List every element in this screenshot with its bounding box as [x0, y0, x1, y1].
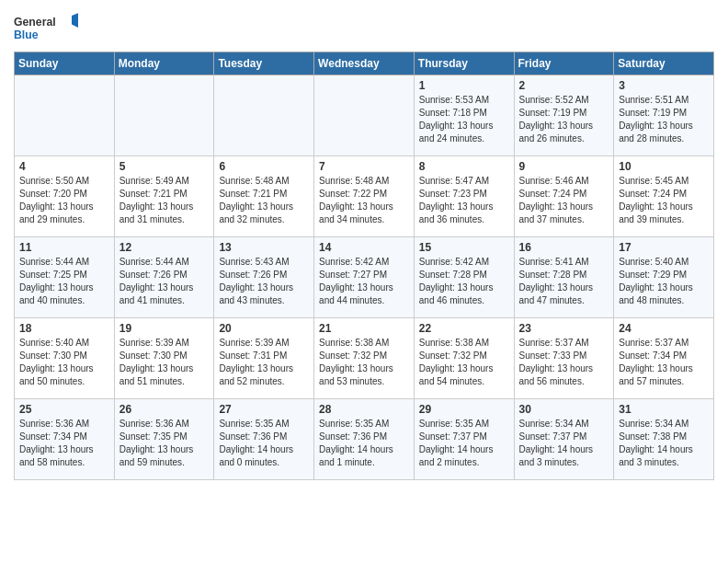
day-number: 8 [419, 160, 509, 173]
day-info: Sunrise: 5:38 AM Sunset: 7:32 PM Dayligh… [419, 337, 509, 388]
day-number: 17 [619, 241, 709, 254]
day-info: Sunrise: 5:44 AM Sunset: 7:25 PM Dayligh… [19, 256, 109, 307]
week-row-1: 1Sunrise: 5:53 AM Sunset: 7:18 PM Daylig… [15, 75, 714, 156]
day-number: 25 [19, 403, 109, 416]
day-cell: 15Sunrise: 5:42 AM Sunset: 7:28 PM Dayli… [414, 237, 514, 318]
day-number: 19 [119, 322, 210, 335]
day-number: 6 [219, 160, 309, 173]
weekday-header-wednesday: Wednesday [314, 52, 415, 75]
day-cell: 12Sunrise: 5:44 AM Sunset: 7:26 PM Dayli… [114, 237, 214, 318]
week-row-5: 25Sunrise: 5:36 AM Sunset: 7:34 PM Dayli… [15, 399, 714, 480]
day-info: Sunrise: 5:48 AM Sunset: 7:22 PM Dayligh… [319, 175, 409, 226]
day-info: Sunrise: 5:42 AM Sunset: 7:28 PM Dayligh… [419, 256, 509, 307]
day-info: Sunrise: 5:36 AM Sunset: 7:34 PM Dayligh… [19, 418, 109, 469]
calendar-table: SundayMondayTuesdayWednesdayThursdayFrid… [14, 52, 714, 480]
header: General Blue [14, 9, 714, 46]
day-number: 15 [419, 241, 509, 254]
day-cell [214, 75, 314, 156]
day-cell: 7Sunrise: 5:48 AM Sunset: 7:22 PM Daylig… [314, 156, 415, 237]
day-cell: 27Sunrise: 5:35 AM Sunset: 7:36 PM Dayli… [214, 399, 314, 480]
day-number: 11 [19, 241, 109, 254]
day-number: 28 [319, 403, 409, 416]
day-number: 23 [519, 322, 609, 335]
day-cell: 10Sunrise: 5:45 AM Sunset: 7:24 PM Dayli… [614, 156, 714, 237]
week-row-4: 18Sunrise: 5:40 AM Sunset: 7:30 PM Dayli… [15, 318, 714, 399]
day-cell: 4Sunrise: 5:50 AM Sunset: 7:20 PM Daylig… [15, 156, 115, 237]
day-info: Sunrise: 5:41 AM Sunset: 7:28 PM Dayligh… [519, 256, 609, 307]
day-cell: 17Sunrise: 5:40 AM Sunset: 7:29 PM Dayli… [614, 237, 714, 318]
day-number: 22 [419, 322, 509, 335]
day-cell: 20Sunrise: 5:39 AM Sunset: 7:31 PM Dayli… [214, 318, 314, 399]
day-number: 27 [219, 403, 309, 416]
day-info: Sunrise: 5:37 AM Sunset: 7:33 PM Dayligh… [519, 337, 609, 388]
day-info: Sunrise: 5:37 AM Sunset: 7:34 PM Dayligh… [619, 337, 709, 388]
day-cell: 1Sunrise: 5:53 AM Sunset: 7:18 PM Daylig… [414, 75, 514, 156]
day-cell: 3Sunrise: 5:51 AM Sunset: 7:19 PM Daylig… [614, 75, 714, 156]
day-number: 2 [519, 79, 609, 92]
day-cell: 16Sunrise: 5:41 AM Sunset: 7:28 PM Dayli… [514, 237, 614, 318]
day-info: Sunrise: 5:40 AM Sunset: 7:30 PM Dayligh… [19, 337, 109, 388]
day-info: Sunrise: 5:51 AM Sunset: 7:19 PM Dayligh… [619, 94, 709, 145]
weekday-header-row: SundayMondayTuesdayWednesdayThursdayFrid… [15, 52, 714, 75]
day-cell: 14Sunrise: 5:42 AM Sunset: 7:27 PM Dayli… [314, 237, 415, 318]
day-number: 10 [619, 160, 709, 173]
day-number: 14 [319, 241, 409, 254]
svg-text:Blue: Blue [14, 29, 39, 41]
day-info: Sunrise: 5:46 AM Sunset: 7:24 PM Dayligh… [519, 175, 609, 226]
day-info: Sunrise: 5:43 AM Sunset: 7:26 PM Dayligh… [219, 256, 309, 307]
day-cell: 19Sunrise: 5:39 AM Sunset: 7:30 PM Dayli… [114, 318, 214, 399]
day-number: 5 [119, 160, 210, 173]
day-cell: 5Sunrise: 5:49 AM Sunset: 7:21 PM Daylig… [114, 156, 214, 237]
svg-marker-2 [72, 13, 78, 28]
day-number: 1 [419, 79, 509, 92]
day-info: Sunrise: 5:44 AM Sunset: 7:26 PM Dayligh… [119, 256, 210, 307]
day-cell: 21Sunrise: 5:38 AM Sunset: 7:32 PM Dayli… [314, 318, 415, 399]
weekday-header-saturday: Saturday [614, 52, 714, 75]
weekday-header-tuesday: Tuesday [214, 52, 314, 75]
svg-text:General: General [14, 16, 56, 29]
day-cell: 2Sunrise: 5:52 AM Sunset: 7:19 PM Daylig… [514, 75, 614, 156]
day-info: Sunrise: 5:34 AM Sunset: 7:38 PM Dayligh… [619, 418, 709, 469]
logo: General Blue [14, 9, 78, 46]
day-cell: 11Sunrise: 5:44 AM Sunset: 7:25 PM Dayli… [15, 237, 115, 318]
day-cell: 22Sunrise: 5:38 AM Sunset: 7:32 PM Dayli… [414, 318, 514, 399]
day-cell: 29Sunrise: 5:35 AM Sunset: 7:37 PM Dayli… [414, 399, 514, 480]
day-info: Sunrise: 5:45 AM Sunset: 7:24 PM Dayligh… [619, 175, 709, 226]
day-cell: 9Sunrise: 5:46 AM Sunset: 7:24 PM Daylig… [514, 156, 614, 237]
day-info: Sunrise: 5:40 AM Sunset: 7:29 PM Dayligh… [619, 256, 709, 307]
day-number: 9 [519, 160, 609, 173]
day-cell: 24Sunrise: 5:37 AM Sunset: 7:34 PM Dayli… [614, 318, 714, 399]
day-number: 30 [519, 403, 609, 416]
day-info: Sunrise: 5:35 AM Sunset: 7:37 PM Dayligh… [419, 418, 509, 469]
day-number: 12 [119, 241, 210, 254]
day-info: Sunrise: 5:39 AM Sunset: 7:30 PM Dayligh… [119, 337, 210, 388]
day-number: 20 [219, 322, 309, 335]
day-info: Sunrise: 5:52 AM Sunset: 7:19 PM Dayligh… [519, 94, 609, 145]
day-info: Sunrise: 5:38 AM Sunset: 7:32 PM Dayligh… [319, 337, 409, 388]
logo-svg: General Blue [14, 9, 78, 46]
day-cell [15, 75, 115, 156]
weekday-header-friday: Friday [514, 52, 614, 75]
day-info: Sunrise: 5:34 AM Sunset: 7:37 PM Dayligh… [519, 418, 609, 469]
day-cell: 26Sunrise: 5:36 AM Sunset: 7:35 PM Dayli… [114, 399, 214, 480]
day-cell: 23Sunrise: 5:37 AM Sunset: 7:33 PM Dayli… [514, 318, 614, 399]
day-cell: 30Sunrise: 5:34 AM Sunset: 7:37 PM Dayli… [514, 399, 614, 480]
week-row-3: 11Sunrise: 5:44 AM Sunset: 7:25 PM Dayli… [15, 237, 714, 318]
day-info: Sunrise: 5:35 AM Sunset: 7:36 PM Dayligh… [219, 418, 309, 469]
week-row-2: 4Sunrise: 5:50 AM Sunset: 7:20 PM Daylig… [15, 156, 714, 237]
day-cell: 31Sunrise: 5:34 AM Sunset: 7:38 PM Dayli… [614, 399, 714, 480]
day-info: Sunrise: 5:50 AM Sunset: 7:20 PM Dayligh… [19, 175, 109, 226]
day-cell: 13Sunrise: 5:43 AM Sunset: 7:26 PM Dayli… [214, 237, 314, 318]
weekday-header-monday: Monday [114, 52, 214, 75]
day-cell: 25Sunrise: 5:36 AM Sunset: 7:34 PM Dayli… [15, 399, 115, 480]
day-info: Sunrise: 5:47 AM Sunset: 7:23 PM Dayligh… [419, 175, 509, 226]
day-number: 31 [619, 403, 709, 416]
day-number: 13 [219, 241, 309, 254]
day-info: Sunrise: 5:35 AM Sunset: 7:36 PM Dayligh… [319, 418, 409, 469]
day-cell [114, 75, 214, 156]
day-number: 4 [19, 160, 109, 173]
day-number: 21 [319, 322, 409, 335]
day-number: 3 [619, 79, 709, 92]
day-cell: 18Sunrise: 5:40 AM Sunset: 7:30 PM Dayli… [15, 318, 115, 399]
day-number: 24 [619, 322, 709, 335]
